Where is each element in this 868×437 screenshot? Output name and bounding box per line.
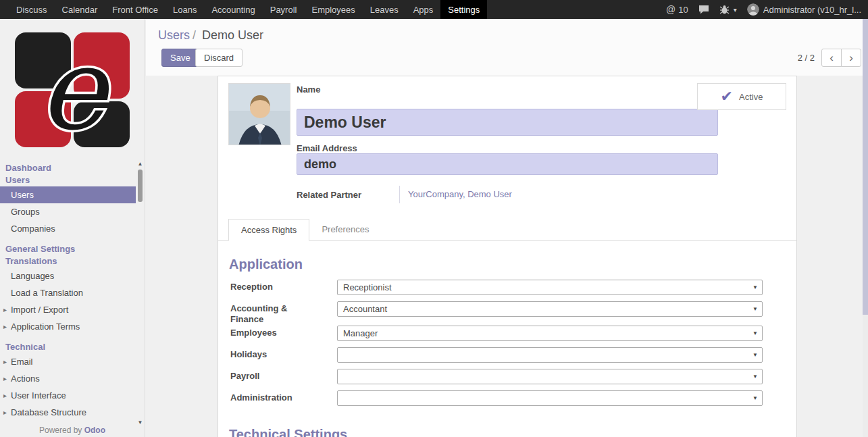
nav-item-loans[interactable]: Loans [165,0,204,19]
select-value: Manager [343,328,378,338]
user-photo[interactable] [228,83,290,145]
powered-by-text: Powered by [39,426,82,435]
svg-text:e: e [39,32,111,147]
main-scroll-thumb[interactable] [863,19,868,315]
sidebar-scrollbar: ▲ ▼ [137,161,143,426]
nav-item-employees[interactable]: Employees [304,0,362,19]
sidebar-item-label: Actions [11,374,40,384]
breadcrumb-separator: / [190,28,199,42]
reception-label: Reception [230,282,313,292]
select-arrow-icon: ▼ [752,302,758,316]
nav-item-leaves[interactable]: Leaves [363,0,406,19]
employees-select[interactable]: Manager ▼ [337,326,763,341]
holidays-select[interactable]: ▼ [337,347,763,363]
sidebar-item-load-translation[interactable]: Load a Translation [0,284,136,301]
breadcrumb-current: Demo User [202,28,263,42]
company-logo: e [15,32,130,147]
name-input[interactable]: Demo User [297,109,718,136]
technical-settings-section-title: Technical Settings [229,427,347,437]
select-arrow-icon: ▼ [752,348,758,362]
sidebar-item-label: Email [11,357,33,367]
sidebar-item-users-section[interactable]: Users [0,174,136,186]
select-value: Receptionist [343,282,392,292]
check-icon: ✔ [721,88,733,105]
select-arrow-icon: ▼ [752,369,758,384]
active-label: Active [739,92,763,102]
control-panel [146,19,863,76]
sidebar-menu: Dashboard Users Users Groups Companies G… [0,162,136,421]
sidebar-item-label: Database Structure [11,407,86,417]
holidays-label: Holidays [230,349,313,360]
sidebar-item-email[interactable]: ▸ Email [0,353,136,370]
name-label: Name [297,84,320,95]
related-partner-link[interactable]: YourCompany, Demo User [399,186,512,203]
sidebar-item-user-interface[interactable]: ▸ User Interface [0,387,136,404]
pager-previous-button[interactable]: ‹ [821,49,842,67]
sidebar-item-application-terms[interactable]: ▸ Application Terms [0,318,136,335]
payroll-select[interactable]: ▼ [337,369,763,384]
nav-item-front-office[interactable]: Front Office [105,0,165,19]
chat-icon [698,5,709,14]
tab-preferences[interactable]: Preferences [309,219,381,240]
email-field[interactable]: demo [297,153,718,175]
expand-arrow-icon: ▸ [3,353,7,370]
sidebar-item-actions[interactable]: ▸ Actions [0,370,136,387]
odoo-brand-link[interactable]: Odoo [84,426,105,435]
sidebar-item-dashboard[interactable]: Dashboard [0,162,136,174]
nav-item-calendar[interactable]: Calendar [55,0,105,19]
sidebar-item-database-structure[interactable]: ▸ Database Structure [0,404,136,421]
scroll-up-icon[interactable]: ▲ [137,161,143,168]
chevron-right-icon: › [849,51,853,64]
caret-down-icon: ▾ [734,6,737,14]
pager-value: 2 / 2 [798,53,815,63]
messages-button[interactable] [698,5,709,14]
select-value: Accountant [343,304,387,314]
application-section-title: Application [229,257,303,272]
sidebar-scroll-thumb[interactable] [138,170,143,202]
related-partner-label: Related Partner [297,190,361,200]
nav-item-settings[interactable]: Settings [440,0,487,19]
sidebar-item-languages[interactable]: Languages [0,267,136,284]
nav-item-accounting[interactable]: Accounting [204,0,262,19]
app-window: Discuss Calendar Front Office Loans Acco… [0,0,868,437]
main-content: Users/ Demo User Save Discard 2 / 2 ‹ › [146,19,868,437]
user-avatar [747,3,759,16]
top-navbar: Discuss Calendar Front Office Loans Acco… [0,0,868,19]
sidebar-item-users[interactable]: Users [0,186,136,203]
record-pager: 2 / 2 ‹ › [798,49,861,67]
form-tabs: Access Rights Preferences [218,220,796,241]
chevron-left-icon: ‹ [829,51,834,64]
nav-item-payroll[interactable]: Payroll [263,0,305,19]
nav-item-discuss[interactable]: Discuss [9,0,55,19]
sidebar-header-technical: Technical [0,341,136,353]
accounting-finance-select[interactable]: Accountant ▼ [337,301,763,317]
powered-by: Powered by Odoo [0,426,145,435]
mention-count: 10 [678,5,688,15]
sidebar-item-label: Application Terms [11,322,80,332]
sidebar-item-groups[interactable]: Groups [0,203,136,220]
discard-button[interactable]: Discard [195,49,242,67]
select-arrow-icon: ▼ [752,391,758,405]
tab-access-rights[interactable]: Access Rights [228,219,309,241]
pager-next-button[interactable]: › [841,49,861,67]
select-arrow-icon: ▼ [752,326,758,340]
nav-item-apps[interactable]: Apps [406,0,441,19]
sidebar-item-import-export[interactable]: ▸ Import / Export [0,301,136,318]
email-label: Email Address [297,143,357,153]
sidebar-header-translations: Translations [0,255,136,267]
save-button[interactable]: Save [161,49,199,67]
expand-arrow-icon: ▸ [3,318,7,335]
reception-select[interactable]: Receptionist ▼ [337,280,763,295]
user-name: Administrator (v10_hr_l... [763,5,861,15]
employees-label: Employees [230,328,313,338]
bug-icon [719,5,730,14]
sidebar-item-companies[interactable]: Companies [0,220,136,237]
breadcrumb-users-link[interactable]: Users [158,28,190,42]
payroll-label: Payroll [230,371,313,382]
active-toggle-button[interactable]: ✔ Active [697,83,786,110]
administration-select[interactable]: ▼ [337,390,763,406]
user-menu-button[interactable]: Administrator (v10_hr_l... [747,3,861,16]
debug-menu-button[interactable]: ▾ [719,5,737,14]
user-form-sheet: Name Demo User ✔ Active Email Address de… [218,76,797,437]
mention-counter-button[interactable]: @ 10 [666,4,688,15]
